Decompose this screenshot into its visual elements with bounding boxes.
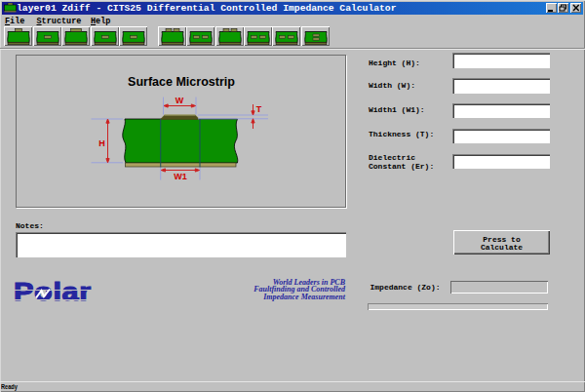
svg-text:H: H: [98, 138, 105, 148]
svg-text:T: T: [256, 104, 262, 114]
svg-text:W1: W1: [174, 172, 187, 181]
svg-text:W: W: [176, 96, 184, 105]
